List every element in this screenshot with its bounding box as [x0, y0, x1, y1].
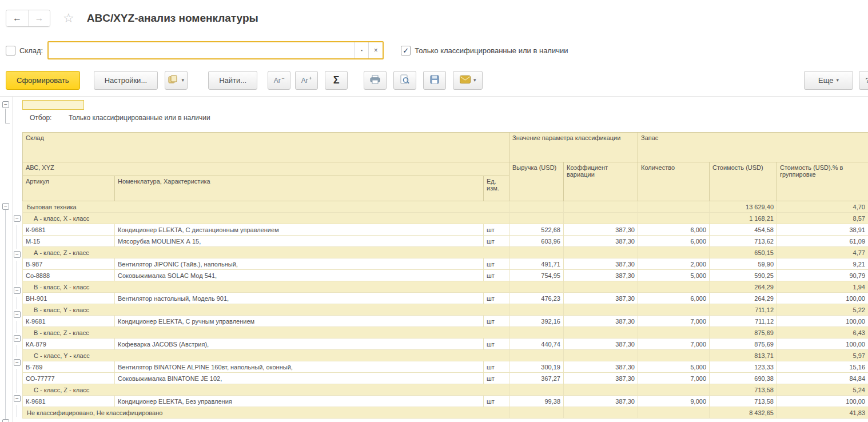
quantity-cell[interactable]: 7,000	[638, 373, 710, 384]
cost-cell[interactable]: 264,29	[710, 293, 777, 304]
cost-pct-cell[interactable]: 38,91	[777, 224, 868, 236]
revenue-cell[interactable]	[509, 201, 564, 213]
save-button[interactable]	[423, 71, 446, 90]
report-variants-button[interactable]: ▾	[165, 71, 188, 90]
nomenclature-cell[interactable]: Кофеварка JACOBS (Австрия),	[115, 339, 484, 350]
article-cell[interactable]: СО-77777	[23, 373, 115, 384]
variation-cell[interactable]	[564, 327, 638, 339]
column-header-unit[interactable]: Ед. изм.	[484, 176, 509, 201]
article-cell[interactable]: В-789	[23, 361, 115, 373]
quantity-cell[interactable]	[638, 350, 710, 361]
variation-cell[interactable]: 387,30	[564, 361, 638, 373]
quantity-cell[interactable]: 9,000	[638, 396, 710, 407]
cost-pct-cell[interactable]: 4,77	[777, 247, 868, 258]
revenue-cell[interactable]: 392,16	[509, 316, 564, 327]
cost-cell[interactable]: 713,58	[710, 384, 777, 396]
help-button[interactable]: ?	[859, 71, 868, 90]
cost-cell[interactable]: 875,69	[710, 339, 777, 350]
cost-cell[interactable]: 875,69	[710, 327, 777, 339]
nomenclature-cell[interactable]: Кондиционер ELEKTA, С ручным управлением	[115, 316, 484, 327]
quantity-cell[interactable]: 6,000	[638, 224, 710, 236]
article-cell[interactable]: Со-8888	[23, 270, 115, 281]
revenue-cell[interactable]: 440,74	[509, 339, 564, 350]
cost-pct-cell[interactable]: 61,09	[777, 236, 868, 247]
revenue-cell[interactable]: 754,95	[509, 270, 564, 281]
warehouse-label[interactable]: Склад:	[19, 46, 43, 55]
back-button[interactable]: ←	[6, 10, 28, 26]
cost-cell[interactable]: 13 629,40	[710, 201, 777, 213]
column-header-quantity[interactable]: Количество	[638, 162, 710, 201]
revenue-cell[interactable]	[509, 281, 564, 293]
cost-pct-cell[interactable]: 100,00	[777, 316, 868, 327]
nomenclature-cell[interactable]: Вентилятор настольный, Модель 901,	[115, 293, 484, 304]
column-header-sklad[interactable]: Склад	[23, 133, 509, 162]
cost-cell[interactable]: 650,15	[710, 247, 777, 258]
column-header-revenue[interactable]: Выручка (USD)	[509, 162, 564, 201]
article-cell[interactable]: К-9681	[23, 396, 115, 407]
revenue-cell[interactable]: 603,96	[509, 236, 564, 247]
enlarge-text-button[interactable]: Аг+	[295, 71, 318, 90]
revenue-cell[interactable]	[509, 304, 564, 316]
variation-cell[interactable]: 387,30	[564, 236, 638, 247]
collapse-group-button[interactable]: −	[14, 359, 21, 366]
quantity-cell[interactable]	[638, 407, 710, 419]
collapse-group-button[interactable]: −	[14, 251, 21, 258]
send-email-button[interactable]: ▾	[453, 71, 483, 90]
settings-button[interactable]: Настройки...	[94, 71, 158, 90]
variation-cell[interactable]	[564, 213, 638, 224]
warehouse-input[interactable]	[49, 42, 354, 58]
revenue-cell[interactable]: 367,27	[509, 373, 564, 384]
revenue-cell[interactable]: 99,38	[509, 396, 564, 407]
quantity-cell[interactable]	[638, 281, 710, 293]
column-header-cost-pct[interactable]: Стоимость (USD).% в группировке	[777, 162, 868, 201]
quantity-cell[interactable]	[638, 384, 710, 396]
revenue-cell[interactable]: 491,71	[509, 258, 564, 270]
variation-cell[interactable]: 387,30	[564, 224, 638, 236]
group-label-cell[interactable]: А - класс, X - класс	[23, 213, 509, 224]
column-header-cost[interactable]: Стоимость (USD)	[710, 162, 777, 201]
cost-cell[interactable]: 123,33	[710, 361, 777, 373]
column-header-variation[interactable]: Коэффициент вариации	[564, 162, 638, 201]
quantity-cell[interactable]: 5,000	[638, 361, 710, 373]
unit-cell[interactable]: шт	[484, 316, 509, 327]
unit-cell[interactable]: шт	[484, 258, 509, 270]
current-cell[interactable]	[22, 100, 84, 110]
cost-pct-cell[interactable]: 4,70	[777, 201, 868, 213]
unit-cell[interactable]: шт	[484, 373, 509, 384]
variation-cell[interactable]: 387,30	[564, 396, 638, 407]
variation-cell[interactable]	[564, 304, 638, 316]
unit-cell[interactable]: шт	[484, 361, 509, 373]
collapse-group-button[interactable]: −	[2, 203, 9, 210]
column-header-param-group[interactable]: Значение параметра классификации	[509, 133, 638, 162]
quantity-cell[interactable]: 6,000	[638, 293, 710, 304]
cost-cell[interactable]: 1 168,21	[710, 213, 777, 224]
shrink-text-button[interactable]: Аг−	[268, 71, 290, 90]
quantity-cell[interactable]	[638, 304, 710, 316]
nomenclature-cell[interactable]: Мясорубка MOULINEX А 15,	[115, 236, 484, 247]
revenue-cell[interactable]	[509, 327, 564, 339]
group-label-cell[interactable]: А - класс, Z - класс	[23, 247, 509, 258]
cost-cell[interactable]: 264,29	[710, 281, 777, 293]
warehouse-clear-button[interactable]: ×	[368, 42, 383, 58]
quantity-cell[interactable]: 2,000	[638, 258, 710, 270]
cost-pct-cell[interactable]: 5,22	[777, 304, 868, 316]
cost-cell[interactable]: 690,38	[710, 373, 777, 384]
generate-button[interactable]: Сформировать	[6, 71, 80, 90]
variation-cell[interactable]: 387,30	[564, 316, 638, 327]
quantity-cell[interactable]: 5,000	[638, 270, 710, 281]
revenue-cell[interactable]	[509, 350, 564, 361]
revenue-cell[interactable]	[509, 407, 564, 419]
find-button[interactable]: Найти...	[208, 71, 257, 90]
collapse-group-button[interactable]: −	[14, 287, 21, 294]
group-label-cell[interactable]: В - класс, Y - класс	[23, 304, 509, 316]
unit-cell[interactable]: шт	[484, 236, 509, 247]
unit-cell[interactable]: шт	[484, 293, 509, 304]
variation-cell[interactable]: 387,30	[564, 293, 638, 304]
variation-cell[interactable]	[564, 247, 638, 258]
unit-cell[interactable]: шт	[484, 224, 509, 236]
unit-cell[interactable]: шт	[484, 270, 509, 281]
quantity-cell[interactable]: 6,000	[638, 236, 710, 247]
revenue-cell[interactable]	[509, 213, 564, 224]
nomenclature-cell[interactable]: Вентилятор JIPONIC (Тайв.), напольный,	[115, 258, 484, 270]
cost-pct-cell[interactable]: 15,16	[777, 361, 868, 373]
